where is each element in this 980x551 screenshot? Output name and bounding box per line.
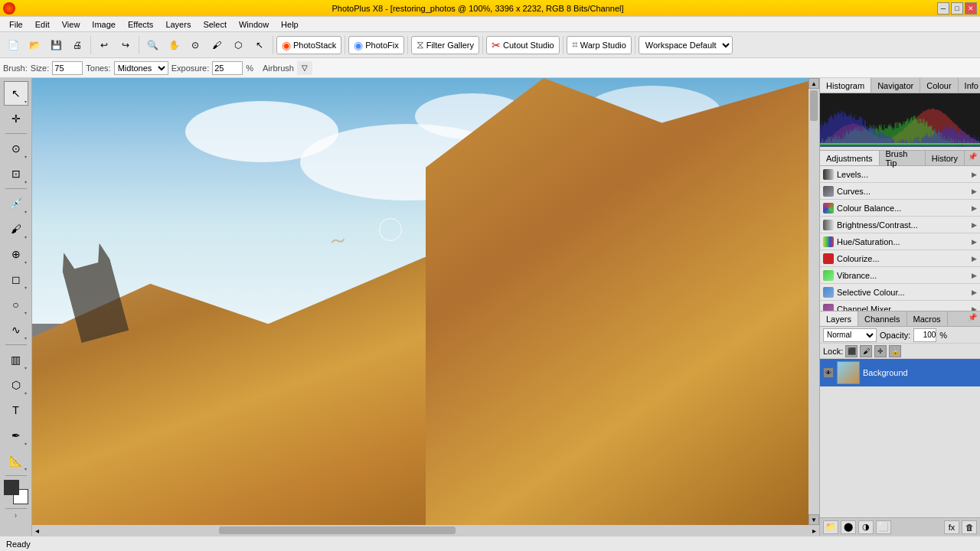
- redo-button[interactable]: ↪: [116, 35, 136, 55]
- layer-background[interactable]: 👁 Background: [820, 359, 980, 386]
- save-button[interactable]: 💾: [46, 35, 66, 55]
- lock-all[interactable]: 🔒: [889, 345, 901, 357]
- tool-text[interactable]: T: [4, 398, 28, 422]
- tool-shapes[interactable]: ⬡ ▾: [4, 373, 28, 397]
- tones-select[interactable]: Midtones Highlights Shadows: [114, 61, 168, 75]
- scroll-vtrack[interactable]: [808, 89, 819, 514]
- lasso-button[interactable]: ⊙: [185, 35, 205, 55]
- tab-channels[interactable]: Channels: [858, 311, 906, 326]
- tab-macros[interactable]: Macros: [907, 311, 948, 326]
- photostack-button[interactable]: ◉ PhotoStack: [276, 36, 341, 54]
- tool-move[interactable]: ✛: [4, 106, 28, 131]
- adj-colourize[interactable]: Colourize... ▶: [820, 250, 980, 267]
- new-button[interactable]: 📄: [3, 35, 23, 55]
- open-button[interactable]: 📂: [24, 35, 44, 55]
- canvas-vscrollbar[interactable]: ▲ ▼: [808, 78, 819, 525]
- tool-select[interactable]: ↖ ▾: [4, 81, 28, 106]
- tool-clone[interactable]: ⊕ ▾: [4, 242, 28, 266]
- tool-smudge[interactable]: ∿ ▾: [4, 318, 28, 342]
- warp-studio-button[interactable]: ⌗ Warp Studio: [567, 36, 632, 54]
- canvas-hscrollbar[interactable]: ◂ ▸: [32, 525, 819, 536]
- menu-edit[interactable]: Edit: [29, 18, 56, 31]
- tool-measure[interactable]: 📐 ▾: [4, 448, 28, 473]
- cutout-studio-button[interactable]: ✂ Cutout Studio: [486, 36, 560, 54]
- tab-layers[interactable]: Layers: [820, 311, 858, 326]
- tab-info[interactable]: Info: [959, 78, 980, 93]
- tab-adjustments[interactable]: Adjustments: [820, 151, 880, 165]
- menu-view[interactable]: View: [56, 18, 87, 31]
- color-swatches[interactable]: [4, 480, 28, 504]
- scroll-vthumb[interactable]: [810, 90, 818, 121]
- adj-hue-sat[interactable]: Hue/Saturation... ▶: [820, 233, 980, 250]
- toolbox-expand[interactable]: ›: [11, 511, 21, 520]
- photofix-button[interactable]: ◉ PhotoFix: [348, 36, 403, 54]
- adjustments-pin[interactable]: 📌: [965, 151, 980, 165]
- paint-button[interactable]: 🖌: [207, 35, 227, 55]
- tool-dodge[interactable]: ○ ▾: [4, 292, 28, 317]
- menu-file[interactable]: File: [3, 18, 29, 31]
- lock-transparency[interactable]: ⬛: [845, 345, 858, 357]
- shape-button[interactable]: ⬡: [228, 35, 248, 55]
- layer-visibility-eye[interactable]: 👁: [823, 367, 834, 378]
- tool-eyedropper[interactable]: 💉 ▾: [4, 191, 28, 216]
- tool-lasso[interactable]: ⊙ ▾: [4, 136, 28, 161]
- tool-crop[interactable]: ⊡ ▾: [4, 161, 28, 186]
- menu-help[interactable]: Help: [275, 18, 305, 31]
- fx-button[interactable]: fx: [944, 520, 959, 534]
- menu-layers[interactable]: Layers: [159, 18, 197, 31]
- menu-window[interactable]: Window: [233, 18, 275, 31]
- workspace-select[interactable]: Workspace Default: [639, 36, 733, 54]
- adj-brightness[interactable]: Brightness/Contrast... ▶: [820, 217, 980, 233]
- scroll-right-button[interactable]: ▸: [809, 527, 819, 535]
- exposure-input[interactable]: [212, 61, 243, 75]
- scroll-up-button[interactable]: ▲: [808, 78, 819, 89]
- menu-image[interactable]: Image: [86, 18, 122, 31]
- minimize-button[interactable]: ─: [937, 2, 949, 15]
- tab-brush-tip[interactable]: Brush Tip: [880, 151, 926, 165]
- tab-histogram[interactable]: Histogram: [820, 78, 871, 93]
- airbrush-toggle[interactable]: ▽: [297, 61, 312, 75]
- canvas-area[interactable]: 〜 ▲ ▼ ◂ ▸: [32, 78, 819, 536]
- adj-vibrance[interactable]: Vibrance... ▶: [820, 267, 980, 284]
- new-fill-button[interactable]: ⬤: [841, 520, 856, 534]
- tool-eraser[interactable]: ◻ ▾: [4, 267, 28, 292]
- adj-curves[interactable]: Curves... ▶: [820, 183, 980, 200]
- menu-effects[interactable]: Effects: [122, 18, 159, 31]
- lock-paint[interactable]: 🖌: [860, 345, 872, 357]
- vibrance-arrow: ▶: [972, 272, 977, 279]
- close-button[interactable]: ✕: [965, 2, 977, 15]
- undo-button[interactable]: ↩: [94, 35, 114, 55]
- layers-pin[interactable]: 📌: [965, 311, 980, 326]
- adj-channel-mixer[interactable]: Channel Mixer... ▶: [820, 301, 980, 311]
- menu-select[interactable]: Select: [197, 18, 233, 31]
- opacity-input[interactable]: [913, 328, 936, 342]
- blend-mode-select[interactable]: Normal Multiply Screen: [823, 328, 877, 342]
- delete-layer-button[interactable]: 🗑: [962, 520, 977, 534]
- tab-colour[interactable]: Colour: [920, 78, 958, 93]
- adj-selective-colour[interactable]: Selective Colour... ▶: [820, 284, 980, 301]
- print-button[interactable]: 🖨: [67, 35, 87, 55]
- histogram-tabs: Histogram Navigator Colour Info 📌: [820, 78, 980, 93]
- maximize-button[interactable]: □: [951, 2, 963, 15]
- tool-pen[interactable]: ✒ ▾: [4, 423, 28, 448]
- adj-levels[interactable]: Levels... ▶: [820, 166, 980, 183]
- tab-navigator[interactable]: Navigator: [871, 78, 920, 93]
- tool-brush[interactable]: 🖌 ▾: [4, 217, 28, 241]
- pointer-button[interactable]: ↖: [250, 35, 270, 55]
- tab-history[interactable]: History: [926, 151, 965, 165]
- eraser-icon: ◻: [11, 273, 21, 285]
- mask-button[interactable]: ⬜: [876, 520, 891, 534]
- lock-move[interactable]: ✛: [874, 345, 887, 357]
- hue-sat-arrow: ▶: [972, 238, 977, 246]
- adj-colour-balance[interactable]: Colour Balance... ▶: [820, 200, 980, 217]
- hand-button[interactable]: ✋: [164, 35, 184, 55]
- filter-gallery-button[interactable]: ⧖ Filter Gallery: [411, 36, 479, 54]
- size-input[interactable]: [52, 61, 83, 75]
- scroll-down-button[interactable]: ▼: [808, 514, 819, 525]
- zoom-button[interactable]: 🔍: [142, 35, 162, 55]
- scroll-left-button[interactable]: ◂: [32, 527, 42, 535]
- scroll-hthumb[interactable]: [219, 527, 455, 534]
- adjust-layer-button[interactable]: ◑: [858, 520, 874, 534]
- tool-gradient[interactable]: ▥ ▾: [4, 347, 28, 372]
- new-group-button[interactable]: 📁: [823, 520, 838, 534]
